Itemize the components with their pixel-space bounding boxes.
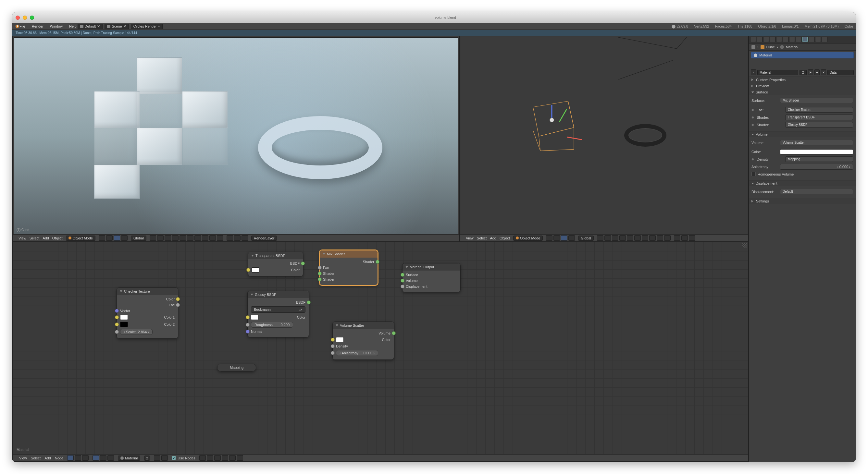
- pin-icon[interactable]: [199, 455, 206, 461]
- distribution-select[interactable]: Beckmann▴▾: [251, 306, 306, 313]
- lamp-shader-icon[interactable]: [107, 455, 114, 461]
- ne-menu-view[interactable]: View: [19, 456, 27, 460]
- panel-custom-properties[interactable]: Custom Properties: [749, 77, 856, 83]
- properties-context-tabs[interactable]: [749, 36, 856, 43]
- panel-surface-header[interactable]: Surface: [749, 89, 856, 95]
- ne-menu-select[interactable]: Select: [31, 456, 41, 460]
- copy-icon[interactable]: [229, 455, 236, 461]
- density-field[interactable]: Mapping: [785, 156, 853, 162]
- fac-field[interactable]: Checker Texture: [785, 107, 853, 113]
- color-swatch[interactable]: [336, 337, 344, 342]
- world-shader-icon[interactable]: [100, 455, 106, 461]
- color1-swatch[interactable]: [120, 315, 128, 320]
- view3d-menu-view[interactable]: View: [466, 236, 474, 240]
- menu-help[interactable]: Help: [69, 24, 76, 28]
- view3d-menu-select[interactable]: Select: [477, 236, 487, 240]
- menu-window[interactable]: Window: [50, 24, 63, 28]
- mode-dropdown[interactable]: Object Mode: [66, 235, 95, 241]
- viewport-rendered[interactable]: (1) Cube View Select Add Object Object M…: [12, 36, 460, 242]
- material-slot-list[interactable]: Material: [749, 51, 856, 68]
- scene-dropdown[interactable]: Scene✕: [104, 24, 128, 29]
- anisotropy-field[interactable]: ‹ Anisotropy:0.000 ›: [336, 350, 378, 356]
- transform-orientation[interactable]: Global: [578, 235, 594, 241]
- fake-user-btn[interactable]: [154, 455, 160, 461]
- material-users[interactable]: 2: [144, 455, 150, 461]
- material-slot[interactable]: Material: [751, 52, 854, 58]
- node-material-output[interactable]: Material Output Surface Volume Displacem…: [402, 263, 461, 292]
- panel-displacement-header[interactable]: Displacement: [749, 180, 856, 186]
- layer-buttons[interactable]: [150, 235, 223, 241]
- volume-shader-select[interactable]: Volume Scatter: [780, 140, 853, 145]
- window-close-button[interactable]: [16, 15, 20, 20]
- breadcrumb-material[interactable]: Material: [786, 45, 799, 49]
- menu-render[interactable]: Render: [32, 24, 43, 28]
- scale-field[interactable]: ‹ Scale:2.864 ›: [120, 329, 153, 335]
- viewport-shading-icon[interactable]: [99, 235, 105, 241]
- view3d-menu-add[interactable]: Add: [490, 236, 496, 240]
- proportional-icon[interactable]: [242, 235, 248, 241]
- view3d-menu-add[interactable]: Add: [42, 236, 49, 240]
- window-minimize-button[interactable]: [23, 15, 27, 20]
- node-transparent-bsdf[interactable]: Transparent BSDF BSDF Color: [248, 252, 303, 277]
- backdrop-icon[interactable]: [207, 455, 213, 461]
- snap-icon[interactable]: [222, 455, 228, 461]
- snap-icon[interactable]: [234, 235, 241, 241]
- auto-render-icon[interactable]: [214, 455, 221, 461]
- transform-orientation[interactable]: Global: [131, 235, 146, 241]
- use-nodes-toggle[interactable]: ✓ Use Nodes: [172, 456, 195, 460]
- view3d-menu-select[interactable]: Select: [30, 236, 40, 240]
- shader-tree-icon[interactable]: [67, 455, 74, 461]
- manipulator-icon[interactable]: [114, 235, 120, 241]
- new-material-btn[interactable]: +: [814, 69, 819, 75]
- shader1-field[interactable]: Transparent BSDF: [785, 115, 853, 120]
- panel-volume-header[interactable]: Volume: [749, 131, 856, 137]
- node-editor[interactable]: Checker Texture Color Fac Vector Color1 …: [12, 242, 748, 462]
- menu-file[interactable]: File: [20, 24, 25, 28]
- anisotropy-field[interactable]: ‹ 0.000 ›: [780, 164, 853, 170]
- ne-menu-add[interactable]: Add: [44, 456, 51, 460]
- panel-settings[interactable]: Settings: [749, 198, 856, 204]
- volume-color-chip[interactable]: [780, 149, 853, 154]
- manipulator-translate-icon[interactable]: [121, 235, 128, 241]
- region-corner-handle[interactable]: [742, 243, 747, 248]
- node-checker-texture[interactable]: Checker Texture Color Fac Vector Color1 …: [117, 287, 178, 339]
- render-layer-dropdown[interactable]: RenderLayer: [251, 235, 277, 241]
- homogeneous-volume-toggle[interactable]: Homogeneous Volume: [751, 171, 853, 178]
- fake-user-btn[interactable]: F: [808, 69, 813, 75]
- roughness-field[interactable]: Roughness:0.200: [251, 322, 293, 328]
- viewport-wireframe[interactable]: View Select Add Object Object Mode Globa…: [460, 36, 748, 242]
- panel-preview[interactable]: Preview: [749, 83, 856, 89]
- color2-swatch[interactable]: [120, 322, 128, 327]
- compositor-tree-icon[interactable]: [75, 455, 81, 461]
- node-volume-scatter[interactable]: Volume Scatter Volume Color Density ‹ An…: [332, 321, 394, 360]
- paste-icon[interactable]: [237, 455, 243, 461]
- node-glossy-bsdf[interactable]: Glossy BSDF BSDF Beckmann▴▾ Color Roughn…: [247, 291, 309, 338]
- render-engine-dropdown[interactable]: Cycles Render ▾: [131, 24, 163, 29]
- object-shader-icon[interactable]: [93, 455, 99, 461]
- material-users[interactable]: 2: [800, 70, 807, 75]
- lock-camera-icon[interactable]: [226, 235, 233, 241]
- unlink-material-btn[interactable]: ✕: [821, 69, 826, 75]
- window-zoom-button[interactable]: [30, 15, 34, 20]
- surface-shader-select[interactable]: Mix Shader: [780, 98, 853, 103]
- displacement-select[interactable]: Default: [780, 189, 853, 194]
- color-swatch[interactable]: [252, 267, 259, 273]
- unlink-btn[interactable]: [161, 455, 168, 461]
- material-datablock-selector[interactable]: Material: [118, 455, 140, 461]
- browse-material-icon[interactable]: ◦: [751, 69, 756, 75]
- mode-dropdown[interactable]: Object Mode: [513, 235, 543, 241]
- link-select[interactable]: Data: [828, 70, 854, 75]
- screen-layout-dropdown[interactable]: Default✕: [78, 24, 103, 29]
- breadcrumb-object[interactable]: Cube: [766, 45, 775, 49]
- material-name-field[interactable]: Material: [757, 70, 798, 75]
- layer-buttons[interactable]: [597, 235, 671, 241]
- view3d-menu-object[interactable]: Object: [52, 236, 63, 240]
- view3d-menu-object[interactable]: Object: [500, 236, 510, 240]
- view3d-menu-view[interactable]: View: [19, 236, 26, 240]
- shader2-field[interactable]: Glossy BSDF: [785, 122, 853, 127]
- color-swatch[interactable]: [251, 315, 259, 320]
- pivot-icon[interactable]: [106, 235, 113, 241]
- ne-menu-node[interactable]: Node: [55, 456, 63, 460]
- texture-tree-icon[interactable]: [82, 455, 89, 461]
- node-mapping[interactable]: Mapping: [217, 364, 256, 372]
